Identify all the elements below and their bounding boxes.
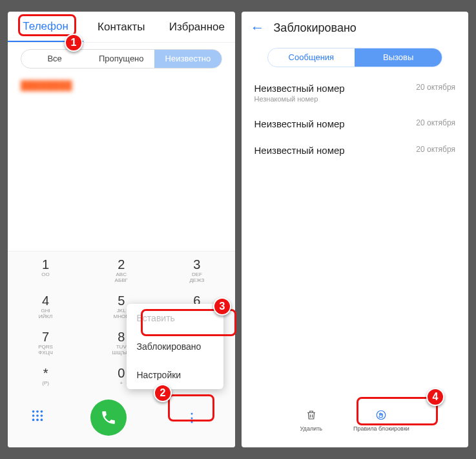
more-button[interactable]: ⋮ [172,405,212,430]
key-3[interactable]: 3DEFДЕЖЗ [159,251,234,288]
filter-segment-wrap: Все Пропущено Неизвестно [8,43,235,75]
phone-right: ← Заблокировано Сообщения Вызовы Неизвес… [242,12,469,447]
back-button[interactable]: ← [251,19,265,36]
menu-paste: Вставить [127,304,223,332]
call-list: ████████ [8,75,235,251]
badge-2: 2 [154,384,172,402]
svg-point-9 [377,411,386,420]
call-entry-blurred: ████████ [21,75,222,96]
key-4[interactable]: 4GHIИЙКЛ [8,288,83,324]
rules-label: Правила блокировки [353,425,409,432]
delete-label: Удалить [300,425,322,432]
blocked-list: Неизвестный номерНезнакомый номер20 октя… [242,75,469,395]
svg-point-3 [32,414,35,417]
menu-settings[interactable]: Настройки [127,361,223,389]
delete-button[interactable]: Удалить [291,405,331,436]
hand-icon [353,409,409,424]
trash-icon [300,409,322,424]
badge-1: 1 [65,34,83,52]
seg-unknown[interactable]: Неизвестно [154,50,221,68]
key-1[interactable]: 1ОО [8,251,83,288]
svg-point-8 [41,419,43,422]
seg-messages[interactable]: Сообщения [268,48,355,67]
seg-calls[interactable]: Вызовы [355,48,442,67]
page-title: Заблокировано [274,21,357,35]
key-7[interactable]: 7PQRSФХЦЧ [8,324,83,360]
tab-contacts[interactable]: Контакты [83,13,159,41]
blocked-row[interactable]: Неизвестный номер20 октября [242,111,469,137]
filter-segment: Все Пропущено Неизвестно [21,49,222,69]
svg-point-7 [36,419,39,422]
dialpad-icon[interactable] [30,409,45,427]
svg-point-1 [36,411,39,413]
badge-3: 3 [213,297,231,315]
svg-point-2 [41,411,43,413]
svg-point-6 [32,419,35,422]
type-segment-wrap: Сообщения Вызовы [242,44,469,75]
header: ← Заблокировано [242,12,469,44]
tab-favorites[interactable]: Избранное [159,13,234,41]
context-menu: Вставить Заблокировано Настройки [127,304,223,389]
seg-all[interactable]: Все [21,50,88,68]
key-2[interactable]: 2ABCАБВГ [83,251,159,288]
type-segment: Сообщения Вызовы [267,48,443,67]
blocked-row[interactable]: Неизвестный номерНезнакомый номер20 октя… [242,75,469,111]
key-*[interactable]: *(P) [8,360,83,390]
bottom-bar: ⋮ [8,390,235,447]
badge-4: 4 [426,388,444,406]
rules-button[interactable]: Правила блокировки [344,405,419,436]
call-button[interactable] [90,400,127,436]
svg-point-4 [36,414,39,417]
seg-missed[interactable]: Пропущено [88,50,154,68]
top-tabs: Телефон Контакты Избранное [8,12,235,43]
menu-blocked[interactable]: Заблокировано [127,332,223,361]
blocked-row[interactable]: Неизвестный номер20 октября [242,137,469,164]
svg-point-5 [41,414,43,417]
phone-left: Телефон Контакты Избранное Все Пропущено… [8,12,235,447]
svg-point-0 [32,411,35,413]
